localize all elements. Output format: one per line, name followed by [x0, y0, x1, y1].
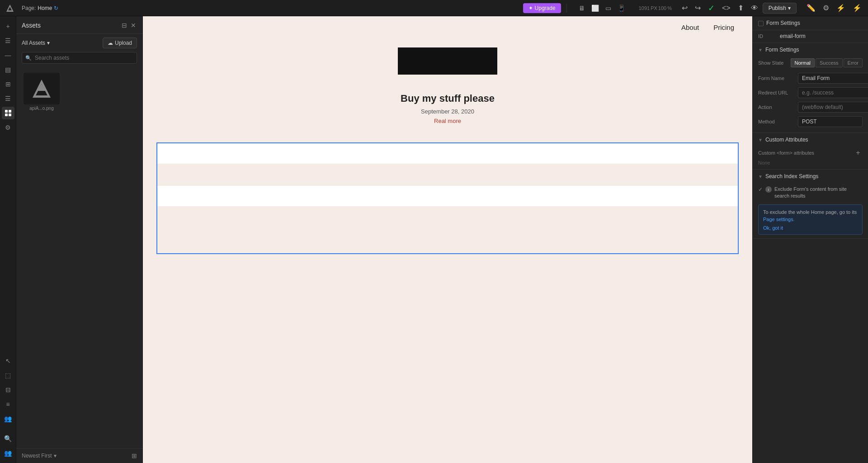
svg-rect-3 — [9, 113, 11, 116]
hero-image-placeholder — [398, 47, 497, 75]
search-index-header[interactable]: ▼ Search Index Settings — [753, 170, 868, 183]
ecommerce-button[interactable]: ⊞ — [2, 78, 14, 90]
site-navigation: About Pricing — [143, 16, 752, 38]
desktop-view-button[interactable]: 🖥 — [576, 3, 588, 14]
assets-button[interactable] — [2, 107, 14, 119]
page-settings-link[interactable]: Page settings. — [763, 217, 795, 222]
mobile-view-button[interactable]: 📱 — [615, 3, 628, 14]
insights-button[interactable]: ≡ — [2, 398, 14, 411]
action-input[interactable] — [798, 102, 868, 113]
add-element-button[interactable]: + — [2, 20, 14, 33]
upload-button[interactable]: ☁ Upload — [103, 38, 137, 48]
add-icon[interactable]: ⚡ — [850, 2, 864, 14]
style-icon[interactable]: ✏️ — [804, 2, 818, 14]
form-row-2 — [157, 165, 738, 185]
custom-attributes-header[interactable]: ▼ Custom Attributes — [753, 133, 868, 146]
topbar-actions: ↩ ↪ ✓ <> ⬆ 👁 Publish ▾ — [679, 1, 797, 15]
id-value: email-form — [780, 33, 806, 39]
tooltip-text: To exclude the whole Home page, go to it… — [763, 208, 858, 223]
search-input[interactable] — [22, 52, 137, 64]
all-assets-button[interactable]: All Assets ▾ — [22, 40, 50, 46]
assets-grid: apiA...o.png — [16, 67, 142, 448]
grid-toggle-button[interactable]: ⊞ — [132, 452, 137, 459]
search-button[interactable]: — — [2, 49, 14, 61]
form-settings-checkbox[interactable] — [758, 21, 764, 26]
form-name-input[interactable] — [798, 73, 868, 84]
nav-pricing-link[interactable]: Pricing — [713, 24, 734, 31]
tablet-view-button[interactable]: ⬜ — [589, 3, 602, 14]
chevron-down-icon: ▾ — [54, 453, 57, 459]
preview-button[interactable]: 👁 — [748, 2, 761, 14]
members-button[interactable]: 👥 — [2, 447, 14, 459]
sort-button[interactable]: Newest First ▾ — [22, 453, 57, 459]
zoom-value: 100 — [658, 5, 666, 11]
cursor-button[interactable]: ↖ — [2, 354, 14, 367]
method-select[interactable]: POST — [798, 116, 863, 127]
assets-header: Assets ⊟ ✕ — [16, 16, 142, 34]
logic-button[interactable]: ⚙ — [2, 121, 14, 134]
search-tool-button[interactable]: 🔍 — [2, 432, 14, 445]
canvas-frame: About Pricing Buy my stuff please Septem… — [143, 16, 752, 463]
px-unit: PX — [651, 5, 657, 11]
canvas-content: Buy my stuff please September 28, 2020 R… — [143, 47, 752, 254]
save-icon[interactable]: ↻ — [54, 5, 58, 11]
assets-controls: All Assets ▾ ☁ Upload — [16, 34, 142, 52]
search-icon: 🔍 — [25, 55, 32, 61]
assets-panel: Assets ⊟ ✕ All Assets ▾ ☁ Upload 🔍 — [16, 16, 143, 463]
redo-button[interactable]: ↪ — [692, 2, 703, 14]
minimize-panel-button[interactable]: ⊟ — [121, 21, 128, 30]
form-element-selected[interactable] — [156, 142, 739, 254]
add-attribute-button[interactable]: + — [854, 148, 863, 157]
buy-date: September 28, 2020 — [143, 108, 752, 115]
state-success-button[interactable]: Success — [816, 58, 843, 67]
navigator-button[interactable]: ☰ — [2, 34, 14, 47]
page-label: Page: — [22, 5, 36, 11]
right-panel: Form Settings ID email-form ▼ Form Setti… — [752, 16, 868, 463]
page-name: Home — [38, 5, 52, 11]
state-normal-button[interactable]: Normal — [791, 58, 815, 67]
form-settings-section-header[interactable]: ▼ Form Settings — [753, 43, 868, 57]
right-tool-icons: ✏️ ⚙ ⚡ ⚡ — [804, 2, 864, 14]
svg-rect-1 — [9, 110, 11, 113]
export-button[interactable]: ⬆ — [735, 2, 746, 14]
landscape-view-button[interactable]: ▭ — [603, 3, 614, 14]
form-id-row: ID email-form — [753, 30, 868, 43]
users-button[interactable]: 👥 — [2, 412, 14, 425]
action-label: Action — [758, 104, 794, 110]
page-indicator: Page: Home ↻ — [22, 5, 58, 11]
action-row: Action — [753, 100, 868, 114]
close-panel-button[interactable]: ✕ — [130, 21, 137, 30]
nav-about-link[interactable]: About — [681, 24, 699, 31]
chevron-down-icon: ▼ — [758, 137, 763, 142]
ecommerce-icon[interactable]: ⚡ — [834, 2, 848, 14]
redirect-input[interactable] — [798, 87, 868, 98]
method-row: Method POST — [753, 114, 868, 129]
check-button[interactable]: ✓ — [705, 1, 717, 15]
code-button[interactable]: <> — [719, 2, 733, 14]
media-button[interactable]: ☰ — [2, 92, 14, 105]
redirect-url-row: Redirect URL — [753, 85, 868, 100]
buy-link[interactable]: Real more — [434, 118, 461, 124]
publish-button[interactable]: Publish ▾ — [763, 3, 797, 14]
undo-button[interactable]: ↩ — [679, 2, 690, 14]
chevron-down-icon: ▼ — [758, 47, 763, 52]
settings-icon[interactable]: ⚙ — [820, 2, 832, 14]
form-settings-top-section: Form Settings ID email-form — [753, 16, 868, 43]
list-item[interactable]: apiA...o.png — [24, 73, 60, 111]
width-value: 1091 — [639, 5, 650, 11]
state-error-button[interactable]: Error — [844, 58, 863, 67]
upgrade-button[interactable]: ✦ Upgrade — [523, 3, 561, 13]
ok-got-it-button[interactable]: Ok, got it — [763, 225, 783, 231]
cms-button[interactable]: ▤ — [2, 63, 14, 76]
svg-rect-0 — [5, 110, 8, 113]
main-layout: + ☰ — ▤ ⊞ ☰ ⚙ ↖ ⬚ ⊟ ≡ 👥 🔍 👥 Assets ⊟ ✕ A… — [0, 16, 868, 463]
topbar: Page: Home ↻ ✦ Upgrade 🖥 ⬜ ▭ 📱 1091 PX 1… — [0, 0, 868, 16]
form-row-3 — [157, 186, 738, 206]
tool-sidebar: + ☰ — ▤ ⊞ ☰ ⚙ ↖ ⬚ ⊟ ≡ 👥 🔍 👥 — [0, 16, 16, 463]
form-settings-checkbox-label: Form Settings — [766, 20, 800, 26]
method-label: Method — [758, 119, 794, 124]
canvas-area: About Pricing Buy my stuff please Septem… — [143, 16, 752, 463]
components-button[interactable]: ⊟ — [2, 383, 14, 396]
asset-name: apiA...o.png — [24, 106, 60, 111]
marquee-button[interactable]: ⬚ — [2, 369, 14, 382]
